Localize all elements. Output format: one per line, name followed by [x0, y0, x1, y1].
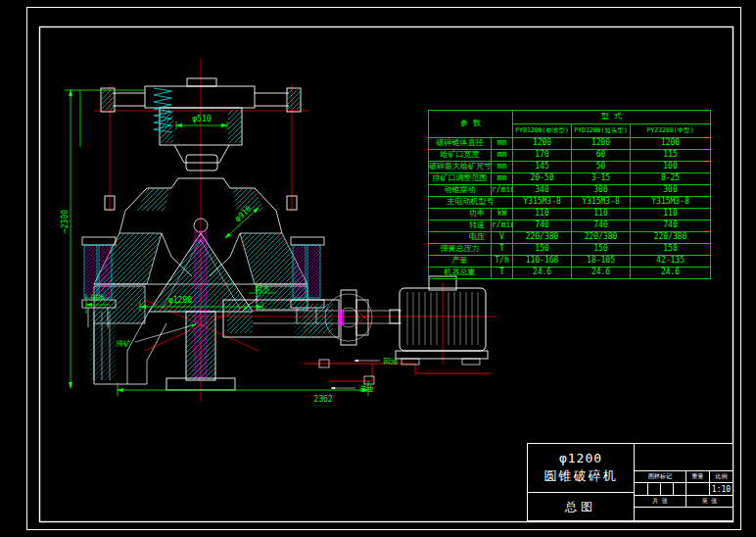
- spec-model-pyz1200: PYZ1200(中型): [631, 124, 711, 138]
- label-return-water: 回水: [256, 284, 271, 293]
- spec-cell: T/h: [492, 256, 513, 268]
- spec-cell: 20-50: [513, 173, 572, 185]
- mark-cell-4: [673, 482, 686, 496]
- spec-cell: 功率: [429, 209, 492, 220]
- spec-cell: 破碎最大给矿尺寸: [429, 162, 492, 173]
- spec-cell: 转速: [429, 220, 492, 232]
- mark-cell-1: [634, 482, 648, 496]
- cad-sheet: φ510 φ1200 ~2300 2362 φ910 排水 排矿 回水 回油 进…: [0, 0, 756, 537]
- spec-row: 功率kW110110110: [429, 209, 711, 220]
- label-ore-discharge: 排矿: [117, 339, 132, 348]
- spec-row: 转速r/min740740740: [429, 220, 711, 232]
- spec-cell: 弹簧总压力: [429, 244, 492, 256]
- spec-cell: mm: [492, 150, 513, 162]
- spec-cell: 150: [631, 244, 711, 256]
- beam-end-hatch-left: [102, 90, 114, 110]
- beam-end-hatch-right: [288, 90, 300, 110]
- spec-cell: 150: [513, 244, 572, 256]
- label-oil-inlet: 进油: [359, 384, 374, 393]
- spec-row: 弹簧总压力T150150150: [429, 244, 711, 256]
- spec-cell: 机器总重: [429, 268, 492, 279]
- spec-cell: mm: [492, 173, 513, 185]
- spec-model-pyd1200: PYD1200(短头型): [572, 124, 631, 138]
- spec-row: 机器总重T24.624.624.6: [429, 268, 711, 279]
- spec-cell: 1200: [572, 138, 631, 150]
- spec-cell: 150: [572, 244, 631, 256]
- title-block: φ1200 圆锥破碎机 总图 图样标记 重量 比例 1:10 共 张 第 张: [527, 443, 733, 521]
- spec-param-header: 参 数: [429, 111, 513, 138]
- dim-hopper-diameter: φ510: [192, 115, 211, 123]
- spec-cell: 220/380: [572, 232, 631, 244]
- spec-cell: 主电动机型号: [429, 197, 513, 209]
- oil-pipes: [304, 364, 492, 381]
- spec-cell: Y315M3-8: [572, 197, 631, 209]
- spec-model-pyb1200: PYB1200(标准型): [513, 124, 572, 138]
- spec-cell: 3-15: [572, 173, 631, 185]
- machine-name: 圆锥破碎机: [544, 467, 618, 485]
- dim-overall-height: ~2300: [61, 210, 70, 233]
- spec-table: 参 数 型 式 PYB1200(标准型) PYD1200(短头型) PYZ120…: [428, 110, 711, 279]
- dim-cone-diameter: φ1200: [168, 296, 192, 305]
- spec-cell: 24.6: [631, 268, 711, 279]
- spec-table-body: 破碎锥体直径mm120012001200给矿口宽度mm17060115破碎最大给…: [429, 138, 711, 279]
- spec-cell: 8-25: [631, 173, 711, 185]
- mark-cell-3: [660, 482, 674, 496]
- spec-cell: T: [492, 244, 513, 256]
- spec-cell: 18-105: [572, 256, 631, 268]
- spec-cell: 产量: [429, 256, 492, 268]
- dim-base-width: 2362: [313, 395, 332, 404]
- spec-row: 破碎最大给矿尺寸mm14550100: [429, 162, 711, 173]
- spec-cell: 110: [631, 209, 711, 220]
- spec-cell: 电压: [429, 232, 492, 244]
- spec-cell: 排矿口调整范围: [429, 173, 492, 185]
- machine-model: φ1200: [559, 451, 602, 465]
- spec-row: 动锥摆动r/min340300300: [429, 185, 711, 197]
- spec-cell: 破碎锥体直径: [429, 138, 492, 150]
- spec-cell: 110: [513, 209, 572, 220]
- title-blank-cell: [634, 443, 733, 471]
- spec-cell: 170: [513, 150, 572, 162]
- spec-cell: r/min: [492, 220, 513, 232]
- spec-cell: 220/380: [631, 232, 711, 244]
- spec-cell: 740: [513, 220, 572, 232]
- spec-cell: 24.6: [572, 268, 631, 279]
- spec-cell: 1200: [631, 138, 711, 150]
- spec-cell: 740: [631, 220, 711, 232]
- spec-row: 排矿口调整范围mm20-503-158-25: [429, 173, 711, 185]
- spec-cell: mm: [492, 138, 513, 150]
- spec-cell: 740: [572, 220, 631, 232]
- spec-cell: V: [492, 232, 513, 244]
- countershaft: [223, 300, 402, 384]
- spec-cell: Y315M3-8: [631, 197, 711, 209]
- spec-cell: 110: [572, 209, 631, 220]
- spec-cell: 1200: [513, 138, 572, 150]
- label-return-oil: 回油: [384, 357, 399, 366]
- spec-cell: 60: [572, 150, 631, 162]
- spec-cell: 24.6: [513, 268, 572, 279]
- spec-row: 破碎锥体直径mm120012001200: [429, 138, 711, 150]
- drawing-name: 总图: [527, 492, 635, 521]
- spec-cell: r/min: [492, 185, 513, 197]
- spec-cell: 42-135: [631, 256, 711, 268]
- scale-value: 1:10: [709, 482, 733, 496]
- spec-cell: 动锥摆动: [429, 185, 492, 197]
- spec-row: 产量T/h110-16818-10542-135: [429, 256, 711, 268]
- spec-cell: T: [492, 268, 513, 279]
- label-drain-water: 排水: [91, 293, 107, 302]
- spec-cell: 110-168: [513, 256, 572, 268]
- spec-row: 给矿口宽度mm17060115: [429, 150, 711, 162]
- spec-table-header: 参 数 型 式 PYB1200(标准型) PYD1200(短头型) PYZ120…: [429, 111, 711, 138]
- spec-cell: 给矿口宽度: [429, 150, 492, 162]
- spec-cell: 220/380: [513, 232, 572, 244]
- mark-cell-2: [647, 482, 661, 496]
- spec-cell: 300: [631, 185, 711, 197]
- spec-cell: 340: [513, 185, 572, 197]
- weight-value-cell: [685, 482, 710, 496]
- spec-model-header: 型 式: [513, 111, 711, 124]
- title-blank-bottom: [634, 507, 733, 521]
- spec-row: 主电动机型号Y315M3-8Y315M3-8Y315M3-8: [429, 197, 711, 209]
- spec-cell: 50: [572, 162, 631, 173]
- spec-cell: 300: [572, 185, 631, 197]
- spec-cell: kW: [492, 209, 513, 220]
- spec-cell: mm: [492, 162, 513, 173]
